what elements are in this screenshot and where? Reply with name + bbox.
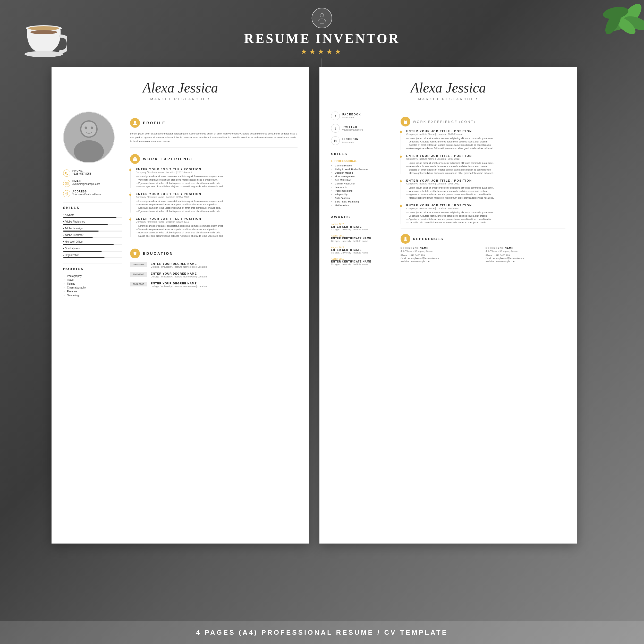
job-entry: ENTER YOUR JOB TITLE / POSITION Company … [130,168,298,188]
ref-job-title: Job Title and Company Name [486,250,565,252]
job-title-entry: ENTER YOUR JOB TITLE / POSITION [136,192,298,196]
profile-photo [63,112,115,163]
p2-skill-item: Public Speaking [335,189,393,192]
svg-point-15 [74,140,104,162]
award-entry: August 2012 ENTER CERTIFICATE College / … [331,246,393,254]
social-label: LINKEDIN [342,138,359,141]
award-date: August 2012 [331,258,393,260]
p2-job-bullet: Lorem ipsum dolor sit amet consectetur a… [406,162,565,164]
ref-name: REFERENCE NAME [401,247,480,250]
award-name: ENTER CERTIFICATE NAME [331,237,393,240]
social-info: FACEBOOK /username [342,113,361,119]
references-list: REFERENCE NAME Job Title and Company Nam… [401,247,565,263]
page1-main: PROFILE Lorem ipsum dolor sit amet conse… [130,112,298,302]
p2-job-bullet: Venenatis vulputate vestibulum eros port… [406,165,565,168]
edu-degree: ENTER YOUR DEGREE NAME [151,272,207,275]
address-contact: ADDRESS Your street/state address. [63,190,122,197]
hobby-item: Swimming [67,294,122,297]
p2-job-company: Company / Institute Name | Location | 20… [406,133,565,135]
p2-skill-item: SEO / SEM Marketing [335,200,393,203]
edu-year-badge: 2004-2006 [130,272,147,277]
references-header: REFERENCES [401,234,565,244]
svg-point-2 [24,51,63,57]
skill-bar-bg [63,251,122,252]
phone-label: PHONE [72,170,91,172]
ref-email: Email : exampleemail@example.com [401,257,480,260]
page2-left: f FACEBOOK /username t TWITTER yourusern… [331,112,393,271]
skill-bar-bg [63,224,122,225]
profile-text: Lorem ipsum dolor sit amet consectetur a… [130,132,298,143]
job-bullet: Venenatis vulputate vestibulum eros port… [136,203,298,206]
coffee-cup-decoration [21,15,67,62]
page2-job-title: MARKET RESEARCHER [331,97,565,101]
award-school: College / University / Institute Name [331,240,393,242]
ref-job-title: Job Title and Company Name [401,250,480,252]
p2-job-bullet: Convallis odio convallis interdum et mal… [406,221,565,224]
edu-details: ENTER YOUR DEGREE NAME College / Univers… [151,272,207,278]
sidebar-divider-1 [63,202,122,203]
job-bullet: Lorem ipsum dolor sit amet consectetur a… [136,225,298,227]
job-bullet: Massa eget sem dictum finibus elit justo… [136,235,298,237]
education-header: EDUCATION [130,249,298,258]
svg-rect-24 [404,121,407,124]
hobby-item: Photography [67,275,122,277]
svg-point-21 [134,121,136,123]
ref-phone: Phone : +012 3456 789 [401,254,480,257]
skill-bar-bg [63,257,122,258]
education-list: 2004-2006 ENTER YOUR DEGREE NAME College… [130,262,298,288]
skill-name: • Microsoft Office [63,240,122,243]
hobby-item: Exercise [67,290,122,293]
svg-point-10 [320,13,324,17]
p2-job-entry: ENTER YOUR JOB TITLE / POSITION Company … [401,179,565,199]
svg-point-20 [66,193,67,194]
phone-contact: PHONE +123 4567 8953 [63,170,122,177]
hobbies-section: HOBBIES PhotographyTravelFishingCinemato… [63,267,122,297]
email-icon [63,180,70,187]
p2-skill-item: Decision Making [335,171,393,174]
pages-container: Alexa Jessica MARKET RESEARCHER [52,67,592,544]
page1-name: Alexa Jessica [63,80,298,96]
p2-skill-item: Mathematics [335,204,393,207]
p2-job-title: ENTER YOUR JOB TITLE / POSITION [406,154,565,157]
skill-bar-fill [63,251,102,252]
job-bullet: Venenatis vulputate vestibulum eros port… [136,179,298,181]
address-icon [63,190,70,197]
skill-bar-bg [63,217,122,218]
p2-job-bullet: Venenatis vulputate vestibulum eros port… [406,140,565,143]
social-item: t TWITTER yourusernamehere [331,124,393,133]
social-icon: in [331,136,340,145]
p2-jobs-list: ENTER YOUR JOB TITLE / POSITION Company … [401,130,565,224]
p2-job-bullet: Egestas sit amet et tellus ut lobortis p… [406,193,565,196]
education-title: EDUCATION [143,251,173,256]
page2-name-section: Alexa Jessica MARKET RESEARCHER [331,80,565,105]
p2-job-company: Company / Institute Name | Location | 20… [406,157,565,160]
award-school: College / University / Institute Name [331,263,393,266]
ref-email: Email : exampleemail@example.com [486,257,565,260]
page1-content: PHONE +123 4567 8953 EMAIL example@examp… [63,112,298,302]
p2-job-bullet: Venenatis vulputate vestibulum eros port… [406,215,565,217]
page2-content: f FACEBOOK /username t TWITTER yourusern… [331,112,565,271]
social-icon: t [331,124,340,133]
skill-bar-fill [63,244,114,245]
references-title: REFERENCES [413,237,444,241]
education-icon [130,249,140,258]
p2-skill-item: Data Analysis [335,197,393,199]
hobbies-list: PhotographyTravelFishingCinematographyEx… [63,275,122,297]
p2-work-title: WORK EXPERIENCE (CONT) [413,120,476,124]
ref-website: Website : www.example.com [486,260,565,263]
social-label: TWITTER [342,125,363,128]
p2-skills-pro-label: > PROFESSIONAL [331,160,393,163]
p2-job-bullet: Lorem ipsum dolor sit amet consectetur a… [406,211,565,214]
contact-section: PHONE +123 4567 8953 EMAIL example@examp… [63,170,122,197]
p2-job-title: ENTER YOUR JOB TITLE / POSITION [406,179,565,182]
plant-decoration [580,0,644,57]
edu-degree: ENTER YOUR DEGREE NAME [151,282,207,285]
skill-name: • QuarkXpress [63,247,122,250]
phone-value: +123 4567 8953 [72,172,91,175]
svg-point-3 [30,30,57,34]
skills-section: SKILLS • Keynote • Adobe Photoshop • Ado… [63,206,122,258]
edu-school: College / University / Institute Name He… [151,275,207,278]
skill-item: • QuarkXpress [63,247,122,252]
p2-work-header: WORK EXPERIENCE (CONT) [401,117,565,126]
p2-job-bullet: Egestas sit amet et tellus ut lobortis p… [406,218,565,221]
